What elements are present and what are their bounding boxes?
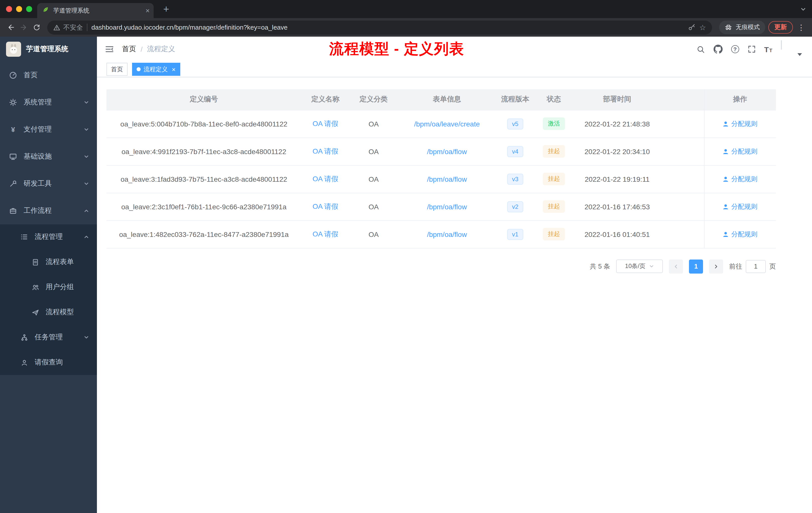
reload-button[interactable]	[30, 21, 43, 34]
github-icon[interactable]	[713, 45, 722, 54]
breadcrumb-current: 流程定义	[147, 45, 175, 54]
sidebar-item-infrastructure[interactable]: 基础设施	[0, 143, 97, 170]
definition-name-link[interactable]: OA 请假	[313, 147, 339, 155]
browser-tab[interactable]: 芋道管理系统 ×	[37, 3, 154, 18]
form-link[interactable]: /bpm/oa/flow	[427, 175, 467, 183]
caret-down-icon	[649, 264, 654, 269]
browser-tabstrip: 芋道管理系统 × +	[0, 0, 812, 18]
tag-close-icon[interactable]: ×	[172, 66, 175, 72]
deploy-time: 2022-01-22 19:19:11	[585, 175, 649, 183]
breadcrumb-home[interactable]: 首页	[122, 45, 136, 54]
column-header-form: 表单信息	[398, 89, 496, 110]
definition-category: OA	[369, 120, 379, 128]
warning-icon	[53, 24, 60, 31]
window-minimize-button[interactable]	[16, 6, 22, 12]
browser-toolbar: 不安全 dashboard.yudao.iocoder.cn/bpm/manag…	[0, 18, 812, 37]
gear-icon	[9, 98, 17, 107]
next-page-button[interactable]	[709, 259, 723, 273]
bookmark-star-icon[interactable]: ☆	[699, 24, 706, 31]
definition-id: oa_leave:2:3c1f0ef1-76b1-11ec-9c66-a2380…	[121, 203, 287, 211]
definition-name-link[interactable]: OA 请假	[313, 230, 339, 238]
table-header-row: 定义编号 定义名称 定义分类 表单信息 流程版本 状态 部署时间 操作	[107, 89, 776, 110]
window-zoom-button[interactable]	[26, 6, 32, 12]
definition-name-link[interactable]: OA 请假	[313, 202, 339, 210]
definition-name-link[interactable]: OA 请假	[313, 175, 339, 182]
chevron-down-icon	[84, 127, 89, 132]
new-tab-button[interactable]: +	[160, 2, 173, 16]
tag-home[interactable]: 首页	[107, 63, 127, 76]
app-title: 芋道管理系统	[26, 45, 68, 54]
sidebar-item-home[interactable]: 首页	[0, 62, 97, 89]
sidebar-item-leave-query[interactable]: 请假查询	[0, 350, 97, 375]
assign-rule-link[interactable]: 分配规则	[723, 202, 757, 211]
page-number-button[interactable]: 1	[689, 259, 703, 273]
page-content: 定义编号 定义名称 定义分类 表单信息 流程版本 状态 部署时间 操作	[97, 77, 812, 513]
table-row: oa_leave:2:3c1f0ef1-76b1-11ec-9c66-a2380…	[107, 193, 776, 220]
window-close-button[interactable]	[6, 6, 12, 12]
divider	[87, 24, 87, 31]
sidebar-item-process-model[interactable]: 流程模型	[0, 300, 97, 325]
prev-page-button[interactable]	[669, 259, 683, 273]
tag-current[interactable]: 流程定义 ×	[132, 63, 180, 76]
address-bar[interactable]: 不安全 dashboard.yudao.iocoder.cn/bpm/manag…	[47, 20, 712, 34]
form-link[interactable]: /bpm/oa/flow	[427, 230, 467, 238]
font-size-icon[interactable]: TT	[764, 46, 772, 53]
sidebar-item-process-form[interactable]: 流程表单	[0, 249, 97, 275]
deploy-time: 2022-01-16 17:46:53	[584, 203, 650, 211]
help-icon[interactable]: ?	[731, 45, 739, 53]
yen-icon: ¥	[9, 125, 17, 133]
column-header-id: 定义编号	[107, 89, 301, 110]
fullscreen-icon[interactable]	[748, 45, 755, 53]
goto-label: 前往	[729, 262, 742, 271]
active-dot	[137, 67, 141, 71]
update-button[interactable]: 更新	[768, 21, 793, 34]
sidebar-item-workflow[interactable]: 工作流程	[0, 197, 97, 224]
assign-rule-link[interactable]: 分配规则	[723, 119, 757, 128]
incognito-badge: 无痕模式	[719, 21, 765, 34]
version-badge: v1	[507, 229, 523, 240]
sidebar-item-payment[interactable]: ¥ 支付管理	[0, 116, 97, 143]
chevron-down-icon	[84, 181, 89, 186]
tab-title: 芋道管理系统	[53, 6, 142, 15]
column-header-category: 定义分类	[349, 89, 398, 110]
tab-search-chevron-icon[interactable]	[801, 6, 806, 12]
deploy-time: 2022-01-22 20:34:10	[584, 147, 650, 155]
favicon-icon	[42, 6, 49, 15]
back-button[interactable]	[4, 21, 17, 34]
sidebar: 芋道管理系统 首页 系统管理 ¥ 支付管理	[0, 37, 97, 513]
sidebar-item-user-group[interactable]: 用户分组	[0, 275, 97, 300]
tab-close-icon[interactable]: ×	[146, 7, 150, 14]
person-icon	[723, 121, 729, 127]
table-row: oa_leave:5:004b710b-7b8a-11ec-8ef0-acde4…	[107, 110, 776, 138]
security-label: 不安全	[63, 23, 83, 32]
browser-menu-button[interactable]: ⋮	[798, 23, 805, 32]
column-header-filler	[661, 89, 704, 110]
forward-button[interactable]	[17, 21, 30, 34]
incognito-icon	[725, 24, 732, 31]
password-key-icon[interactable]	[688, 24, 695, 31]
assign-rule-link[interactable]: 分配规则	[723, 147, 757, 156]
goto-page-input[interactable]	[746, 260, 766, 273]
form-link[interactable]: /bpm/oa/leave/create	[414, 120, 480, 128]
security-chip[interactable]: 不安全	[53, 23, 83, 32]
search-icon[interactable]	[696, 45, 705, 54]
assign-rule-link[interactable]: 分配规则	[723, 175, 757, 183]
status-badge: 挂起	[543, 200, 565, 213]
definition-name-link[interactable]: OA 请假	[313, 119, 339, 127]
screen: 芋道管理系统 × + 不安全 dashboard.yudao.iocoder.c…	[0, 0, 812, 513]
assign-rule-link[interactable]: 分配规则	[723, 230, 757, 239]
definition-id: oa_leave:1:482ec033-762a-11ec-8477-a2380…	[119, 230, 289, 238]
sidebar-item-task-management[interactable]: 任务管理	[0, 325, 97, 350]
user-avatar[interactable]	[781, 41, 802, 58]
window-controls	[6, 6, 32, 12]
sidebar-item-devtools[interactable]: 研发工具	[0, 170, 97, 197]
sidebar-collapse-button[interactable]	[105, 45, 114, 54]
dashboard-icon	[9, 71, 17, 79]
page-size-select[interactable]: 10条/页	[616, 260, 663, 273]
sidebar-item-process-management[interactable]: 流程管理	[0, 224, 97, 249]
person-icon	[723, 231, 729, 237]
form-link[interactable]: /bpm/oa/flow	[427, 147, 467, 155]
sidebar-item-system[interactable]: 系统管理	[0, 89, 97, 116]
form-link[interactable]: /bpm/oa/flow	[427, 203, 467, 211]
users-icon	[31, 283, 39, 291]
